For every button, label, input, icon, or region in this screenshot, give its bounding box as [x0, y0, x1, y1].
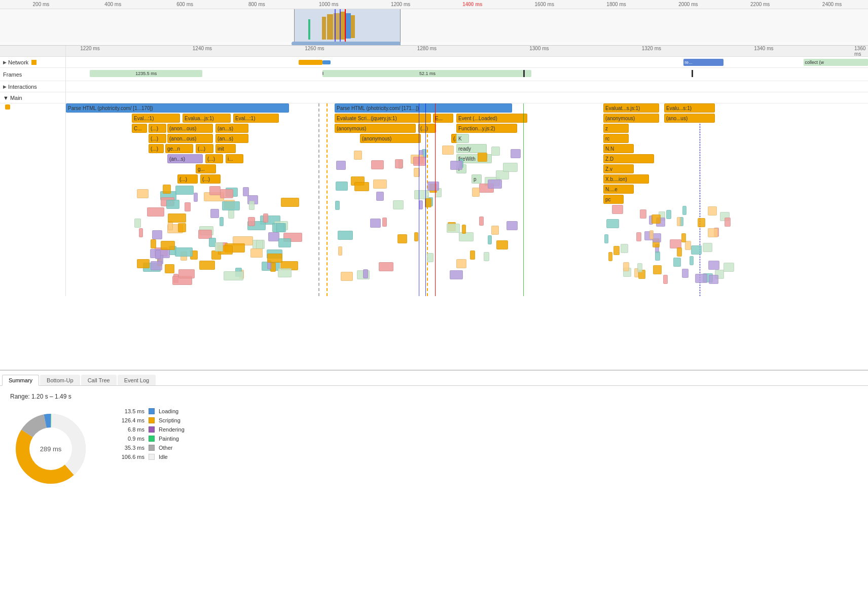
flame-bar-small[interactable]	[496, 170, 509, 180]
flame-bar[interactable]: Z.v	[603, 164, 634, 173]
flame-bar[interactable]: C...	[132, 124, 147, 133]
flame-bar-small[interactable]	[653, 265, 662, 274]
interactions-expand-icon[interactable]: ▶	[3, 84, 7, 89]
flame-bar-small[interactable]	[371, 160, 384, 169]
flame-bar-small[interactable]	[336, 161, 346, 170]
flame-bar-small[interactable]	[165, 264, 174, 273]
overview-scrollbar[interactable]	[292, 42, 401, 46]
interactions-label[interactable]: ▶ Interactions	[0, 81, 66, 92]
flame-bar-small[interactable]	[222, 201, 240, 210]
flame-bar-small[interactable]	[604, 234, 608, 243]
flame-bar[interactable]: (...)	[149, 124, 166, 133]
flame-bar-small[interactable]	[724, 263, 735, 272]
flame-bar[interactable]: rc	[603, 134, 629, 143]
flame-bar-small[interactable]	[708, 228, 717, 237]
flame-bar-small[interactable]	[263, 213, 269, 223]
flame-bar[interactable]: i...	[226, 154, 243, 163]
flame-bar-small[interactable]	[137, 189, 149, 198]
flame-bar-small[interactable]	[185, 202, 191, 211]
flame-bar-small[interactable]	[163, 185, 171, 194]
main-expand-icon[interactable]: ▼	[3, 95, 9, 101]
flame-bar-small[interactable]	[612, 205, 623, 214]
flame-bar-small[interactable]	[370, 219, 381, 228]
flame-bar[interactable]: (...)	[205, 154, 223, 163]
flame-bar-small[interactable]	[640, 209, 646, 219]
flame-bar-small[interactable]	[484, 252, 489, 261]
flame-bar-small[interactable]	[382, 218, 387, 227]
flame-bar-small[interactable]	[199, 261, 215, 270]
flame-bar-small[interactable]	[503, 163, 517, 172]
flame-bar-small[interactable]	[608, 252, 612, 261]
flame-bar-small[interactable]	[250, 248, 263, 258]
flame-bar[interactable]: (anon...ous)	[167, 124, 213, 133]
flame-bar-small[interactable]	[228, 209, 234, 219]
flame-bar[interactable]: ge...n	[165, 144, 193, 153]
flame-bar-small[interactable]	[447, 224, 460, 233]
flame-bar-small[interactable]	[491, 147, 500, 156]
flame-bar-small[interactable]	[139, 228, 143, 237]
flame-bar[interactable]: (...)	[418, 124, 436, 133]
flame-bar-small[interactable]	[652, 214, 661, 224]
flame-bar-small[interactable]	[210, 209, 219, 218]
flame-bar-small[interactable]	[268, 232, 279, 241]
flame-bar-small[interactable]	[341, 272, 353, 281]
flame-bar-small[interactable]	[397, 234, 407, 243]
flame-bar-small[interactable]	[168, 213, 186, 223]
flame-bar-small[interactable]	[427, 253, 433, 262]
flame-bar-small[interactable]	[220, 189, 233, 198]
flame-bar-small[interactable]	[450, 270, 463, 279]
flame-bar[interactable]: (an...s)	[215, 124, 248, 133]
overview-canvas[interactable]	[0, 9, 868, 46]
flame-content[interactable]: Parse HTML (photricity.com/ [1...170])Ev…	[66, 103, 868, 296]
flame-bar-small[interactable]	[459, 232, 474, 241]
flame-bar[interactable]: Function...y.js:2)	[456, 124, 517, 133]
flame-bar[interactable]: E...	[433, 114, 453, 123]
flame-bar[interactable]: (anon...ous)	[167, 134, 213, 143]
flame-bar-small[interactable]	[267, 254, 282, 263]
flame-bar-small[interactable]	[623, 262, 629, 271]
network-expand-icon[interactable]: ▶	[3, 60, 7, 65]
flame-bar-small[interactable]	[511, 149, 521, 158]
flame-bar-small[interactable]	[450, 161, 462, 170]
flame-bar-small[interactable]	[354, 151, 363, 160]
main-label[interactable]: ▼ Main	[0, 92, 66, 103]
flame-bar[interactable]: Parse HTML (photricity.com/ [1...170])	[66, 103, 289, 113]
flame-bar-small[interactable]	[681, 233, 686, 242]
flame-bar[interactable]: (anonymous)	[360, 134, 421, 143]
flame-bar[interactable]: N.N	[603, 144, 634, 153]
flame-bar-small[interactable]	[248, 217, 255, 226]
flame-bar[interactable]: (...)	[200, 174, 221, 184]
flame-bar[interactable]: init	[215, 144, 236, 153]
flame-bar[interactable]: Eval...:1)	[132, 114, 180, 123]
flame-bar-small[interactable]	[636, 232, 641, 241]
flame-bar-small[interactable]	[507, 221, 517, 230]
flame-bar-small[interactable]	[673, 258, 681, 267]
flame-bar-small[interactable]	[653, 233, 661, 242]
tab-event-log[interactable]: Event Log	[118, 375, 156, 385]
flame-bar-small[interactable]	[393, 200, 403, 209]
flame-bar-small[interactable]	[488, 180, 502, 189]
flame-bar-small[interactable]	[462, 225, 466, 234]
flame-bar[interactable]: X.b....ion)	[603, 174, 649, 184]
flame-bar-small[interactable]	[256, 240, 263, 249]
flame-bar-small[interactable]	[224, 271, 243, 280]
flame-bar-small[interactable]	[677, 247, 682, 257]
flame-bar[interactable]: (...)	[149, 134, 166, 143]
flame-bar-small[interactable]	[376, 192, 383, 201]
flame-bar-small[interactable]	[161, 241, 175, 250]
flame-bar[interactable]: Evalua...js:1)	[183, 114, 231, 123]
flame-bar-small[interactable]	[151, 261, 162, 270]
flame-bar-small[interactable]	[488, 235, 492, 244]
flame-bar-small[interactable]	[478, 153, 487, 162]
flame-bar[interactable]: (...)	[149, 144, 164, 153]
flame-bar[interactable]: (...)	[177, 174, 198, 184]
flame-bar-small[interactable]	[470, 250, 475, 260]
flame-bar-small[interactable]	[178, 269, 195, 278]
flame-bar[interactable]: N....e	[603, 185, 634, 194]
overview-selection[interactable]	[294, 9, 401, 46]
flame-bar-small[interactable]	[491, 226, 499, 235]
flame-bar-small[interactable]	[354, 182, 369, 191]
flame-bar-small[interactable]	[695, 274, 708, 283]
flame-bar-small[interactable]	[413, 157, 426, 166]
flame-bar-small[interactable]	[690, 256, 694, 265]
